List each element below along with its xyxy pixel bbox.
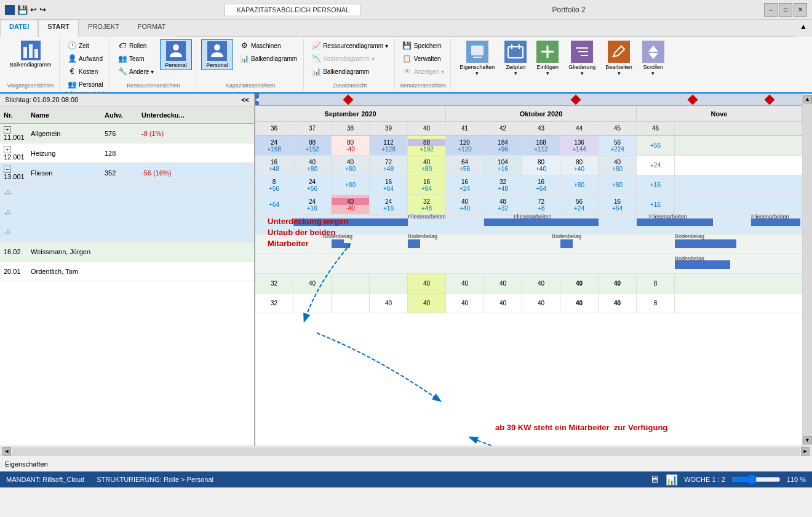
gantt-cell: 184+96 <box>484 136 522 155</box>
bar-label-bodenbelag-1: Bodenbelag <box>323 233 352 239</box>
gantt-cell: +64 <box>255 195 293 214</box>
tab-datei[interactable]: DATEI <box>0 20 38 37</box>
expand-icon[interactable]: + <box>4 126 11 134</box>
gantt-cell <box>332 294 370 313</box>
scrollen-button[interactable]: Scrollen ▾ <box>639 39 668 78</box>
aufwand-button[interactable]: 👤 Aufwand <box>65 52 105 65</box>
gantt-cell: 32+48 <box>408 195 446 214</box>
data-rows: +11.001 Allgemein 576 -8 (1%) +12.001 He… <box>0 124 254 446</box>
maschinen-icon: ⚙ <box>239 41 249 50</box>
scroll-down-button[interactable]: ▼ <box>803 436 812 444</box>
week-43: 43 <box>522 122 560 135</box>
vertical-scrollbar[interactable]: ▲ ▼ <box>802 94 812 446</box>
row-unter: -8 (1%) <box>141 130 197 137</box>
anzeigen-icon: 👁 <box>402 66 412 76</box>
ribbon-tabs: DATEI START PROJEKT FORMAT ▲ <box>0 20 812 37</box>
woche-text: WOCHE 1 : 2 <box>684 476 725 483</box>
maschinen-button[interactable]: ⚙ Maschinen <box>237 39 300 52</box>
bar-bodenbelag-sub <box>675 260 730 269</box>
table-row[interactable]: 20.01 Ordentlich, Tom <box>0 262 254 281</box>
gantt-cell: 32 <box>255 274 293 293</box>
table-row[interactable]: 16.02 Weissmann, Jürgen <box>0 242 254 262</box>
gantt-row-bars3: Bodenbelag <box>255 254 802 274</box>
gantt-cell: 40 <box>370 294 408 313</box>
scroll-left-button[interactable]: ◄ <box>2 447 11 455</box>
gantt-row-bars2: Bodenbelag Bodenbelag Bodenbelag Bodenbe… <box>255 234 802 254</box>
gantt-cell: +80 <box>560 175 599 194</box>
personal-res-button[interactable]: Personal <box>160 39 192 70</box>
expand-icon[interactable]: + <box>4 146 11 153</box>
minimize-button[interactable]: – <box>764 3 778 17</box>
save-icon[interactable]: 💾 <box>17 5 28 15</box>
eigenschaften-button[interactable]: Eigenschaften ▾ <box>456 39 498 78</box>
close-button[interactable]: ✕ <box>794 3 807 17</box>
tab-start[interactable]: START <box>38 20 79 37</box>
scroll-right-button[interactable]: ► <box>801 447 810 455</box>
app-icon <box>5 5 15 15</box>
annotation-text-mitarbeiter: ab 39 KW steht ein Mitarbeiter zur Verfü… <box>495 423 667 433</box>
bar-bodenbelag-1 <box>332 239 344 248</box>
column-headers: Nr. Name Aufw. Unterdecku... <box>0 106 254 124</box>
zeitplan-button[interactable]: Zeitplan ▾ <box>501 39 530 78</box>
svg-point-3 <box>173 44 179 50</box>
col-unter-header: Unterdecku... <box>141 111 197 119</box>
horizontal-scrollbar[interactable]: ◄ ► <box>0 446 812 455</box>
expand-icon[interactable]: – <box>4 166 11 173</box>
right-status: 🖥 📊 WOCHE 1 : 2 110 % <box>650 474 806 486</box>
kosten-button[interactable]: € Kosten <box>65 65 105 78</box>
table-row: -//- <box>0 202 254 222</box>
zeit-button[interactable]: 🕐 Zeit <box>65 39 105 52</box>
bar-label-bodenbelag-4: Bodenbelag <box>675 233 704 239</box>
zoom-slider[interactable] <box>731 475 781 484</box>
einfuegen-button[interactable]: Einfügen ▾ <box>533 39 562 78</box>
bar-bodenbelag-3 <box>560 239 573 248</box>
gantt-cell: 80-40 <box>332 136 370 155</box>
app-title: Portfolio 2 <box>552 6 586 14</box>
andere-button[interactable]: 🔧 Andere ▾ <box>115 65 156 78</box>
gantt-cell: 40 <box>484 294 522 313</box>
balken-zusatz-button[interactable]: 📊 Balkendiagramm <box>309 65 391 78</box>
gantt-rows: 24+168 88+152 80-40 112+128 88+192 120+1… <box>255 136 802 313</box>
row-nr: 20.01 <box>0 268 31 275</box>
table-row[interactable]: +11.001 Allgemein 576 -8 (1%) <box>0 124 254 143</box>
gliederung-icon <box>571 41 593 63</box>
maximize-button[interactable]: □ <box>779 3 792 17</box>
scroll-up-button[interactable]: ▲ <box>803 95 812 103</box>
undo-icon[interactable]: ↩ <box>30 5 37 14</box>
tab-projekt[interactable]: PROJEKT <box>79 20 129 37</box>
team-button[interactable]: 👥 Team <box>115 52 156 65</box>
month-nove: Nove <box>637 106 802 121</box>
ressourcendiagramm-button[interactable]: 📈 Ressourcendiagramm ▾ <box>309 39 391 52</box>
kostendiagramm-button[interactable]: 📉 Kostendiagramm ▾ <box>309 52 391 65</box>
rollen-button[interactable]: 🏷 Rollen <box>115 39 156 52</box>
col-aufw-header: Aufw. <box>105 111 141 119</box>
gliederung-button[interactable]: Gliederung ▾ <box>565 39 599 78</box>
anzeigen-button[interactable]: 👁 Anzeigen ▾ <box>400 65 447 78</box>
gantt-body: 24+168 88+152 80-40 112+128 88+192 120+1… <box>255 136 802 446</box>
balken-kap-button[interactable]: 📊 Balkendiagramm <box>237 52 300 65</box>
personal-res-icon <box>166 41 186 61</box>
gantt-cell: 24+56 <box>293 175 332 194</box>
window-controls[interactable]: – □ ✕ <box>764 3 807 17</box>
table-row[interactable]: +12.001 Heizung 128 <box>0 143 254 163</box>
personal-soll-button[interactable]: 👥 Personal <box>65 78 105 90</box>
ribbon-collapse-icon[interactable]: ▲ <box>795 20 812 37</box>
bearbeiten-button[interactable]: Bearbeiten ▾ <box>602 39 636 78</box>
tab-title[interactable]: KAPAZITäTSABGLEICH PERSONAL <box>225 4 361 15</box>
group-label-ressourcen: Ressourcenansichten <box>127 82 180 90</box>
row-unter: -56 (16%) <box>141 169 197 177</box>
balkendiagramm-label: Balkendiagramm <box>10 62 52 68</box>
row-nr: +12.001 <box>0 145 31 161</box>
balkendiagramm-button[interactable]: Balkendiagramm <box>6 39 55 69</box>
row-nr: -//- <box>0 209 31 216</box>
verwalten-button[interactable]: 📋 Verwalten <box>400 52 447 65</box>
row-aufw: 128 <box>105 150 141 157</box>
speichern-button[interactable]: 💾 Speichern <box>400 39 447 52</box>
redo-icon[interactable]: ↪ <box>39 5 46 14</box>
month-okt: Oktober 2020 <box>446 106 637 121</box>
navigate-back-button[interactable]: << <box>241 96 249 103</box>
tab-format[interactable]: FORMAT <box>129 20 175 37</box>
personal-kap-button[interactable]: Personal <box>201 39 233 70</box>
table-row[interactable]: –13.001 Fliesen 352 -56 (16%) <box>0 163 254 183</box>
gantt-cell: +24 <box>637 156 675 175</box>
